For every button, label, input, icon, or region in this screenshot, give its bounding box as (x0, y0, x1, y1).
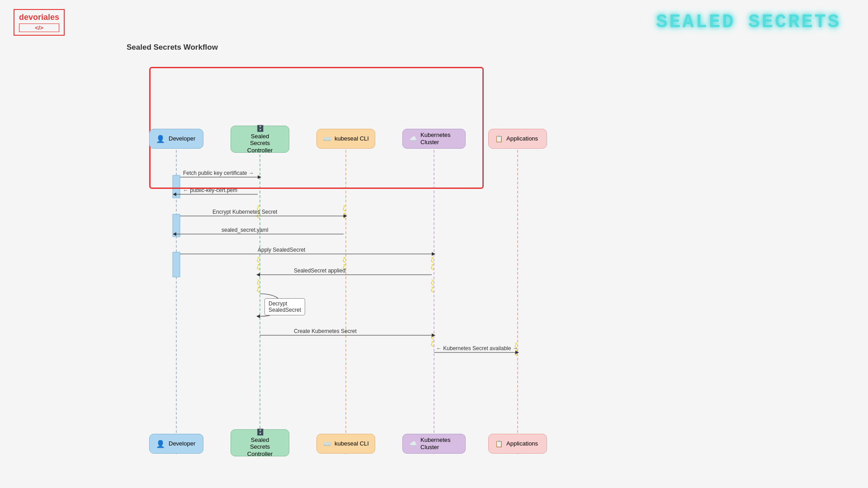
person-icon-bot: 👤 (156, 440, 165, 448)
actor-kubeseal-bot: ⌨️ kubeseal CLI (316, 434, 375, 454)
svg-text:SealedSecret applied: SealedSecret applied (294, 267, 345, 274)
diagram-container: ζ ζ ζ ζ ζ ζ ζ ζ ζ ζ ζ ζ ζ ζ ζ ζ ζ ζ Fetc… (122, 59, 529, 375)
svg-marker-42 (256, 273, 260, 277)
svg-text:ζ: ζ (431, 263, 434, 271)
server-icon-bot: 🗄️ (256, 428, 264, 436)
svg-text:ζ: ζ (431, 286, 434, 293)
cloud-icon-bot: ☁️ (409, 440, 417, 447)
apps-label-top: Applications (506, 135, 538, 142)
actor-developer-bot: 👤 Developer (149, 434, 203, 454)
developer-label-bot: Developer (169, 440, 195, 447)
logo-text: devoriales (19, 13, 59, 22)
logo-sub: </> (19, 23, 59, 32)
k8s-label-bot: Kubernetes Cluster (420, 436, 451, 450)
svg-text:ζ: ζ (431, 279, 434, 286)
server-icon-top: 🗄️ (256, 125, 264, 132)
actor-ssc-top: 🗄️ Sealed Secrets Controller (231, 126, 289, 153)
svg-text:ζ: ζ (257, 256, 259, 263)
svg-text:ζ: ζ (343, 205, 345, 212)
apps-icon-bot: 📋 (495, 440, 503, 447)
svg-text:Apply SealedSecret: Apply SealedSecret (258, 247, 306, 253)
terminal-icon-top: ⌨️ (323, 135, 331, 142)
actor-apps-bot: 📋 Applications (488, 434, 547, 454)
decrypt-label: DecryptSealedSecret (264, 298, 305, 315)
decrypt-text: DecryptSealedSecret (269, 300, 301, 313)
svg-text:ζ: ζ (257, 263, 259, 271)
person-icon-top: 👤 (156, 135, 165, 143)
kubeseal-label-bot: kubeseal CLI (335, 440, 369, 447)
actor-apps-top: 📋 Applications (488, 129, 547, 149)
ssc-label-top: Sealed Secrets Controller (247, 133, 273, 154)
logo-container: devoriales </> (14, 9, 65, 36)
actor-kubeseal-top: ⌨️ kubeseal CLI (316, 129, 375, 149)
terminal-icon-bot: ⌨️ (323, 440, 331, 447)
svg-text:sealed_secret.yaml: sealed_secret.yaml (222, 227, 268, 233)
developer-label-top: Developer (169, 135, 195, 142)
apps-label-bot: Applications (506, 440, 538, 447)
kubeseal-label-top: kubeseal CLI (335, 135, 369, 142)
k8s-label-top: Kubernetes Cluster (420, 131, 451, 145)
actor-k8s-top: ☁️ Kubernetes Cluster (402, 129, 466, 149)
svg-text:Create Kubernetes Secret: Create Kubernetes Secret (294, 328, 357, 334)
svg-text:ζ: ζ (343, 256, 345, 263)
svg-marker-38 (432, 252, 435, 256)
svg-text:ζ: ζ (257, 279, 259, 286)
apps-icon-top: 📋 (495, 135, 503, 142)
cloud-icon-top: ☁️ (409, 135, 417, 142)
svg-marker-44 (256, 314, 260, 318)
page-subtitle: Sealed Secrets Workflow (127, 43, 218, 52)
actor-ssc-bot: 🗄️ Sealed Secrets Controller (231, 429, 289, 456)
highlight-box (149, 67, 484, 189)
actor-k8s-bot: ☁️ Kubernetes Cluster (402, 434, 466, 454)
svg-text:ζ: ζ (431, 256, 434, 263)
svg-text:ζ: ζ (431, 340, 434, 347)
ssc-label-bot: Sealed Secrets Controller (247, 436, 273, 458)
actor-developer-top: 👤 Developer (149, 129, 203, 149)
header-title: SEALED SECRETS (656, 11, 841, 33)
svg-text:ζ: ζ (257, 286, 259, 293)
svg-rect-40 (173, 252, 180, 277)
svg-text:Encrypt Kubernetes Secret: Encrypt Kubernetes Secret (212, 209, 278, 215)
svg-text:← Kubernetes Secret available : ← Kubernetes Secret available → (436, 345, 518, 352)
